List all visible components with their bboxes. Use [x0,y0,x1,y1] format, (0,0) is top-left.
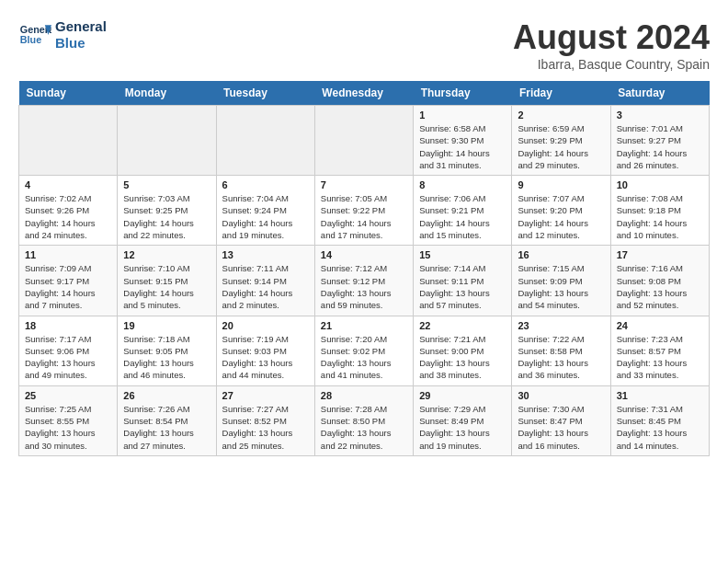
day-info: Sunrise: 7:08 AM Sunset: 9:18 PM Dayligh… [617,192,703,241]
day-number: 16 [518,249,604,260]
calendar-header: SundayMondayTuesdayWednesdayThursdayFrid… [19,81,710,106]
calendar-cell [19,106,118,176]
day-info: Sunrise: 7:21 AM Sunset: 9:00 PM Dayligh… [419,333,506,382]
day-info: Sunrise: 7:16 AM Sunset: 9:08 PM Dayligh… [617,262,703,311]
calendar-cell: 27Sunrise: 7:27 AM Sunset: 8:52 PM Dayli… [216,385,314,455]
calendar-cell: 4Sunrise: 7:02 AM Sunset: 9:26 PM Daylig… [19,176,118,246]
day-number: 30 [518,390,604,401]
calendar-cell: 16Sunrise: 7:15 AM Sunset: 9:09 PM Dayli… [512,246,610,316]
day-info: Sunrise: 7:31 AM Sunset: 8:45 PM Dayligh… [617,403,703,452]
day-number: 13 [222,249,309,260]
day-info: Sunrise: 7:14 AM Sunset: 9:11 PM Dayligh… [419,262,506,311]
day-info: Sunrise: 6:58 AM Sunset: 9:30 PM Dayligh… [419,122,506,171]
day-number: 17 [617,249,703,260]
calendar-cell: 21Sunrise: 7:20 AM Sunset: 9:02 PM Dayli… [314,316,413,385]
calendar-cell [314,106,413,176]
day-number: 5 [123,179,210,190]
day-number: 6 [222,179,309,190]
weekday-row: SundayMondayTuesdayWednesdayThursdayFrid… [19,81,710,106]
calendar-cell: 1Sunrise: 6:58 AM Sunset: 9:30 PM Daylig… [414,106,512,176]
day-number: 12 [123,249,210,260]
logo-icon: General Blue [18,18,51,52]
calendar-body: 1Sunrise: 6:58 AM Sunset: 9:30 PM Daylig… [19,106,710,456]
svg-text:Blue: Blue [20,34,41,45]
calendar-cell: 17Sunrise: 7:16 AM Sunset: 9:08 PM Dayli… [610,246,709,316]
day-info: Sunrise: 7:23 AM Sunset: 8:57 PM Dayligh… [617,333,703,382]
calendar-cell: 11Sunrise: 7:09 AM Sunset: 9:17 PM Dayli… [19,246,118,316]
day-info: Sunrise: 7:18 AM Sunset: 9:05 PM Dayligh… [123,333,210,382]
day-info: Sunrise: 7:04 AM Sunset: 9:24 PM Dayligh… [222,192,309,241]
day-number: 22 [419,320,506,331]
calendar-cell: 23Sunrise: 7:22 AM Sunset: 8:58 PM Dayli… [512,316,610,385]
calendar-week-row: 18Sunrise: 7:17 AM Sunset: 9:06 PM Dayli… [19,316,710,385]
logo: General Blue General Blue [18,18,107,52]
calendar-cell: 26Sunrise: 7:26 AM Sunset: 8:54 PM Dayli… [118,385,216,455]
day-number: 1 [419,109,506,121]
day-info: Sunrise: 7:25 AM Sunset: 8:55 PM Dayligh… [25,403,111,452]
calendar-cell: 18Sunrise: 7:17 AM Sunset: 9:06 PM Dayli… [19,316,118,385]
day-number: 3 [617,109,703,121]
title-section: August 2024 Ibarra, Basque Country, Spai… [513,18,710,72]
calendar-cell: 29Sunrise: 7:29 AM Sunset: 8:49 PM Dayli… [414,385,512,455]
calendar-cell: 2Sunrise: 6:59 AM Sunset: 9:29 PM Daylig… [512,106,610,176]
day-info: Sunrise: 7:22 AM Sunset: 8:58 PM Dayligh… [518,333,604,382]
day-info: Sunrise: 7:28 AM Sunset: 8:50 PM Dayligh… [321,403,407,452]
day-number: 23 [518,320,604,331]
calendar-cell: 3Sunrise: 7:01 AM Sunset: 9:27 PM Daylig… [610,106,709,176]
calendar-cell: 28Sunrise: 7:28 AM Sunset: 8:50 PM Dayli… [314,385,413,455]
calendar-cell: 6Sunrise: 7:04 AM Sunset: 9:24 PM Daylig… [216,176,314,246]
calendar-cell [118,106,216,176]
day-number: 14 [321,249,407,260]
day-info: Sunrise: 7:17 AM Sunset: 9:06 PM Dayligh… [25,333,111,382]
day-info: Sunrise: 7:10 AM Sunset: 9:15 PM Dayligh… [123,262,210,311]
page-header: General Blue General Blue August 2024 Ib… [18,18,710,72]
calendar-cell: 10Sunrise: 7:08 AM Sunset: 9:18 PM Dayli… [610,176,709,246]
day-number: 2 [518,109,604,121]
calendar-week-row: 25Sunrise: 7:25 AM Sunset: 8:55 PM Dayli… [19,385,710,455]
weekday-header: Friday [512,81,610,106]
day-number: 25 [25,390,111,401]
day-number: 21 [321,320,407,331]
day-info: Sunrise: 7:09 AM Sunset: 9:17 PM Dayligh… [25,262,111,311]
calendar-week-row: 1Sunrise: 6:58 AM Sunset: 9:30 PM Daylig… [19,106,710,176]
day-info: Sunrise: 7:01 AM Sunset: 9:27 PM Dayligh… [617,122,703,171]
subtitle: Ibarra, Basque Country, Spain [513,57,710,72]
calendar-cell: 31Sunrise: 7:31 AM Sunset: 8:45 PM Dayli… [610,385,709,455]
calendar-cell [216,106,314,176]
day-info: Sunrise: 7:26 AM Sunset: 8:54 PM Dayligh… [123,403,210,452]
logo-line1: General [55,18,107,35]
day-number: 20 [222,320,309,331]
calendar-cell: 13Sunrise: 7:11 AM Sunset: 9:14 PM Dayli… [216,246,314,316]
calendar-week-row: 11Sunrise: 7:09 AM Sunset: 9:17 PM Dayli… [19,246,710,316]
day-number: 7 [321,179,407,190]
calendar-cell: 5Sunrise: 7:03 AM Sunset: 9:25 PM Daylig… [118,176,216,246]
weekday-header: Wednesday [314,81,413,106]
day-info: Sunrise: 7:03 AM Sunset: 9:25 PM Dayligh… [123,192,210,241]
calendar-cell: 19Sunrise: 7:18 AM Sunset: 9:05 PM Dayli… [118,316,216,385]
weekday-header: Monday [118,81,216,106]
calendar-cell: 22Sunrise: 7:21 AM Sunset: 9:00 PM Dayli… [414,316,512,385]
day-info: Sunrise: 7:30 AM Sunset: 8:47 PM Dayligh… [518,403,604,452]
day-info: Sunrise: 7:29 AM Sunset: 8:49 PM Dayligh… [419,403,506,452]
day-number: 27 [222,390,309,401]
logo-line2: Blue [55,35,107,52]
day-info: Sunrise: 7:27 AM Sunset: 8:52 PM Dayligh… [222,403,309,452]
main-title: August 2024 [513,18,710,57]
day-number: 8 [419,179,506,190]
day-info: Sunrise: 7:05 AM Sunset: 9:22 PM Dayligh… [321,192,407,241]
day-number: 19 [123,320,210,331]
calendar-cell: 9Sunrise: 7:07 AM Sunset: 9:20 PM Daylig… [512,176,610,246]
calendar-cell: 20Sunrise: 7:19 AM Sunset: 9:03 PM Dayli… [216,316,314,385]
calendar-cell: 15Sunrise: 7:14 AM Sunset: 9:11 PM Dayli… [414,246,512,316]
day-info: Sunrise: 7:07 AM Sunset: 9:20 PM Dayligh… [518,192,604,241]
day-info: Sunrise: 7:02 AM Sunset: 9:26 PM Dayligh… [25,192,111,241]
calendar-cell: 8Sunrise: 7:06 AM Sunset: 9:21 PM Daylig… [414,176,512,246]
day-info: Sunrise: 6:59 AM Sunset: 9:29 PM Dayligh… [518,122,604,171]
weekday-header: Thursday [414,81,512,106]
day-number: 29 [419,390,506,401]
calendar-cell: 25Sunrise: 7:25 AM Sunset: 8:55 PM Dayli… [19,385,118,455]
day-number: 26 [123,390,210,401]
day-number: 9 [518,179,604,190]
day-info: Sunrise: 7:15 AM Sunset: 9:09 PM Dayligh… [518,262,604,311]
day-info: Sunrise: 7:12 AM Sunset: 9:12 PM Dayligh… [321,262,407,311]
